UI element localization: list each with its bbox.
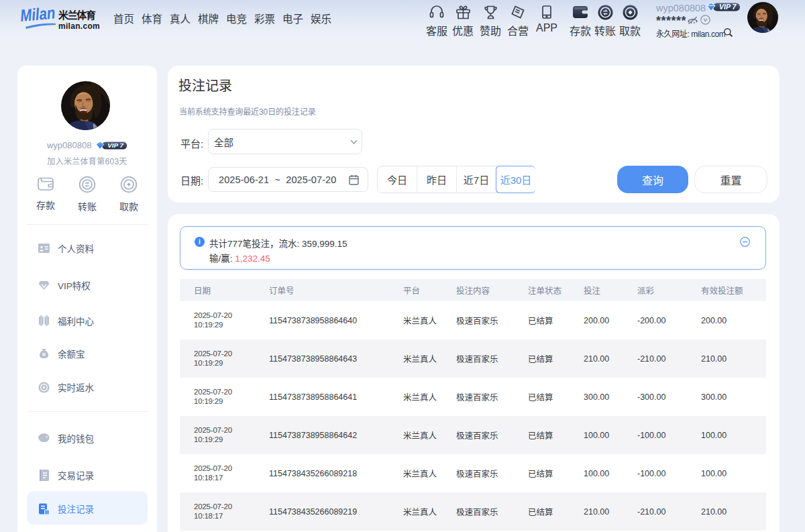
svg-text:i: i — [199, 238, 201, 246]
svg-text:VIP 7: VIP 7 — [107, 142, 123, 149]
svg-text:VIP 7: VIP 7 — [719, 3, 737, 11]
svg-text:米兰体育: 米兰体育 — [58, 9, 96, 21]
svg-text:milan.com: milan.com — [58, 21, 100, 31]
svg-text:Milan: Milan — [21, 3, 56, 25]
